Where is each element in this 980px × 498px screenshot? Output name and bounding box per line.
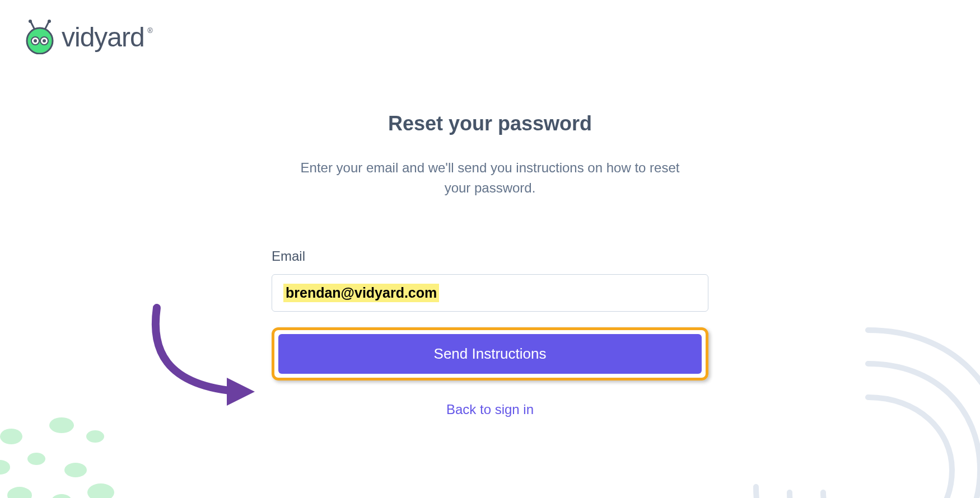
reset-password-panel: Reset your password Enter your email and… bbox=[272, 112, 708, 417]
decorative-swirl bbox=[700, 274, 980, 498]
email-value: brendan@vidyard.com bbox=[283, 284, 439, 302]
brand-logo: vidyard bbox=[22, 20, 144, 54]
svg-point-11 bbox=[86, 430, 104, 443]
page-title: Reset your password bbox=[388, 112, 592, 135]
svg-point-16 bbox=[52, 494, 72, 498]
send-instructions-button[interactable]: Send Instructions bbox=[278, 334, 702, 374]
back-to-signin-link[interactable]: Back to sign in bbox=[446, 402, 534, 417]
reset-form: Email brendan@vidyard.com Send Instructi… bbox=[272, 248, 708, 417]
svg-point-6 bbox=[34, 39, 37, 43]
vidyard-icon bbox=[22, 20, 57, 54]
svg-point-13 bbox=[27, 453, 45, 465]
svg-point-15 bbox=[7, 487, 32, 498]
brand-name: vidyard bbox=[62, 22, 144, 53]
svg-point-14 bbox=[64, 463, 87, 477]
highlight-annotation: Send Instructions bbox=[272, 327, 708, 380]
svg-point-9 bbox=[0, 429, 22, 444]
svg-point-1 bbox=[29, 20, 32, 23]
page-subtitle: Enter your email and we'll send you inst… bbox=[288, 158, 692, 198]
svg-point-17 bbox=[87, 483, 114, 498]
email-field[interactable]: brendan@vidyard.com bbox=[272, 274, 708, 312]
svg-point-12 bbox=[0, 460, 10, 474]
arrow-annotation-icon bbox=[146, 302, 269, 414]
decorative-blobs bbox=[0, 403, 157, 498]
svg-point-10 bbox=[49, 417, 74, 433]
svg-point-3 bbox=[48, 20, 51, 23]
email-label: Email bbox=[272, 248, 708, 264]
svg-point-8 bbox=[43, 39, 46, 43]
